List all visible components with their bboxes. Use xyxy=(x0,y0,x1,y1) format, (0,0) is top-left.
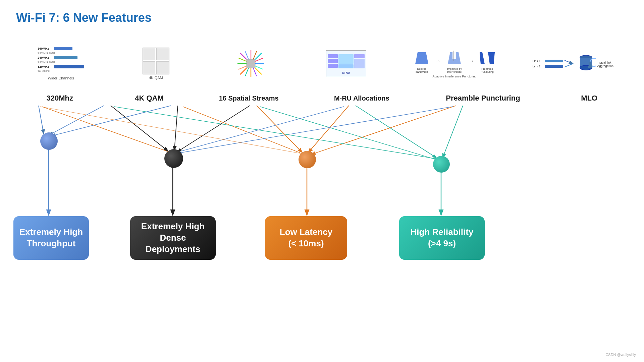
feature-icon-wider-channels: 160MHz 5 or 6GHz bands 240MHz 5 or 6GHz … xyxy=(28,47,95,80)
svg-line-6 xyxy=(50,106,104,135)
preamble-puncturing-diagram: Desired bandwidth → Impacted by interfer… xyxy=(411,49,498,73)
svg-line-16 xyxy=(183,107,300,153)
label-320mhz: 320Mhz xyxy=(35,94,85,103)
latency-label: Low Latency (< 10ms) xyxy=(280,227,332,249)
label-spatial: 16 Spatial Streams xyxy=(214,95,284,102)
result-box-latency: Low Latency (< 10ms) xyxy=(265,216,347,260)
result-box-reliability: High Reliability (>4 9s) xyxy=(399,216,485,260)
svg-point-50 xyxy=(580,65,592,70)
dense-label: Extremely High Dense Deployments xyxy=(141,221,205,255)
mru-diagram: M-RU xyxy=(326,50,366,77)
svg-line-15 xyxy=(42,107,168,152)
4k-qam-caption: 4K QAM xyxy=(149,76,163,80)
svg-line-17 xyxy=(260,107,436,160)
svg-line-12 xyxy=(356,106,436,158)
result-box-throughput: Extremely High Throughput xyxy=(13,216,89,260)
result-box-dense: Extremely High Dense Deployments xyxy=(130,216,216,260)
svg-line-27 xyxy=(240,53,247,59)
qam-grid-diagram xyxy=(143,48,169,74)
svg-line-29 xyxy=(255,53,262,59)
label-mru: M-RU Allocations xyxy=(326,95,397,102)
svg-line-46 xyxy=(565,60,573,64)
feature-icon-preamble: Desired bandwidth → Impacted by interfer… xyxy=(408,49,501,78)
throughput-label: Extremely High Throughput xyxy=(19,227,83,249)
svg-marker-39 xyxy=(415,52,428,64)
features-icons-row: 160MHz 5 or 6GHz bands 240MHz 5 or 6GHz … xyxy=(13,47,631,80)
svg-line-21 xyxy=(40,107,301,154)
spatial-streams-diagram xyxy=(236,49,266,79)
svg-line-5 xyxy=(111,106,168,151)
label-preamble: Preamble Puncturing xyxy=(439,94,527,103)
svg-marker-43 xyxy=(480,52,485,64)
feature-icon-spatial-streams xyxy=(217,49,284,79)
svg-line-30 xyxy=(240,68,247,74)
svg-line-4 xyxy=(39,106,44,133)
feature-icon-mlo: Link 1 Link 2 Multi-lin xyxy=(529,54,616,74)
reliability-label: High Reliability (>4 9s) xyxy=(411,227,474,249)
wider-channels-caption: Wider Channels xyxy=(48,76,74,80)
svg-line-19 xyxy=(178,107,453,153)
mlo-diagram: Link 1 Link 2 Multi-lin xyxy=(533,54,614,74)
page-title: Wi-Fi 7: 6 New Features xyxy=(16,11,152,25)
svg-line-9 xyxy=(257,106,302,152)
node-teal xyxy=(433,156,450,173)
svg-line-13 xyxy=(443,106,463,158)
svg-line-7 xyxy=(174,106,178,150)
svg-line-18 xyxy=(176,107,344,153)
node-black xyxy=(164,149,183,168)
svg-line-14 xyxy=(312,106,456,154)
svg-line-8 xyxy=(52,106,171,136)
feature-icon-4k-qam: 4K QAM xyxy=(122,48,190,80)
preamble-caption: Adaptive Interference Puncturing xyxy=(432,75,476,78)
svg-line-10 xyxy=(178,106,250,152)
svg-line-20 xyxy=(114,107,437,159)
svg-line-11 xyxy=(309,106,349,152)
features-labels-row: 320Mhz 4K QAM 16 Spatial Streams M-RU Al… xyxy=(13,94,631,103)
label-4kqam: 4K QAM xyxy=(127,94,171,103)
svg-rect-22 xyxy=(247,59,255,68)
svg-line-28 xyxy=(255,68,262,74)
label-mlo: MLO xyxy=(569,94,609,103)
wider-channels-diagram: 160MHz 5 or 6GHz bands 240MHz 5 or 6GHz … xyxy=(38,47,84,72)
svg-marker-44 xyxy=(488,52,495,64)
feature-icon-mru: M-RU xyxy=(313,50,380,77)
svg-rect-41 xyxy=(452,52,456,59)
watermark: CSDN @wallyslilly xyxy=(605,353,636,357)
node-blue xyxy=(40,132,58,150)
node-orange xyxy=(299,151,316,168)
svg-line-47 xyxy=(565,64,573,67)
